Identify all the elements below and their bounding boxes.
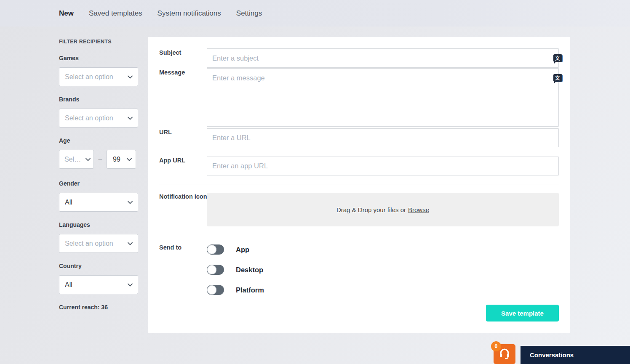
languages-label: Languages bbox=[59, 221, 138, 228]
desktop-toggle[interactable] bbox=[207, 265, 224, 275]
notification-icon-dropzone[interactable]: Drag & Drop your files or Browse bbox=[207, 193, 559, 226]
tab-settings[interactable]: Settings bbox=[236, 9, 262, 18]
tab-new[interactable]: New bbox=[59, 9, 74, 18]
brands-filter: Brands Select an option bbox=[59, 96, 138, 128]
platform-toggle[interactable] bbox=[207, 285, 224, 295]
chevron-down-icon bbox=[127, 241, 133, 247]
gender-select[interactable]: All bbox=[59, 193, 138, 212]
chevron-down-icon bbox=[127, 199, 133, 205]
conversations-bar[interactable]: Conversations bbox=[521, 346, 630, 364]
platform-toggle-label: Platform bbox=[236, 286, 264, 294]
chevron-down-icon bbox=[85, 157, 91, 162]
games-select-value: Select an option bbox=[65, 73, 113, 81]
age-label: Age bbox=[59, 137, 138, 144]
brands-select-value: Select an option bbox=[65, 114, 113, 122]
country-filter: Country All bbox=[59, 263, 138, 294]
top-nav: New Saved templates System notifications… bbox=[0, 0, 630, 27]
chevron-down-icon bbox=[127, 74, 133, 80]
tab-system-notifications[interactable]: System notifications bbox=[158, 9, 221, 18]
gender-filter: Gender All bbox=[59, 180, 138, 212]
chevron-down-icon bbox=[126, 157, 132, 162]
languages-select-value: Select an option bbox=[65, 240, 113, 247]
current-reach: Current reach: 36 bbox=[59, 304, 138, 311]
send-to-platform-row: Platform bbox=[207, 285, 264, 295]
dropzone-text: Drag & Drop your files or bbox=[336, 206, 406, 213]
age-filter: Age Select an option – 99 bbox=[59, 137, 138, 169]
age-min-select[interactable]: Select an option bbox=[59, 150, 94, 169]
section-divider bbox=[159, 184, 559, 184]
filter-sidebar: FILTER RECIPIENTS Games Select an option… bbox=[59, 39, 138, 311]
brands-label: Brands bbox=[59, 96, 138, 103]
translate-icon[interactable]: 文 bbox=[553, 53, 563, 63]
age-range-separator: – bbox=[94, 156, 107, 163]
games-select[interactable]: Select an option bbox=[59, 67, 138, 86]
age-max-select[interactable]: 99 bbox=[107, 150, 136, 169]
send-to-desktop-row: Desktop bbox=[207, 265, 263, 275]
tab-saved-templates[interactable]: Saved templates bbox=[89, 9, 142, 18]
message-input[interactable] bbox=[207, 68, 559, 127]
chevron-down-icon bbox=[127, 282, 133, 288]
chevron-down-icon bbox=[127, 115, 133, 121]
games-filter: Games Select an option bbox=[59, 55, 138, 86]
translate-icon[interactable]: 文 bbox=[553, 73, 563, 83]
country-select-value: All bbox=[65, 281, 72, 289]
games-label: Games bbox=[59, 55, 138, 61]
age-max-value: 99 bbox=[113, 156, 120, 163]
url-label: URL bbox=[159, 129, 172, 136]
subject-input[interactable] bbox=[207, 48, 559, 68]
app-toggle-label: App bbox=[236, 246, 249, 254]
subject-label: Subject bbox=[159, 49, 181, 56]
new-template-form: Subject 文 Message 文 URL App URL Notifica… bbox=[148, 37, 570, 333]
country-select[interactable]: All bbox=[59, 275, 138, 294]
app-url-label: App URL bbox=[159, 157, 185, 164]
desktop-toggle-label: Desktop bbox=[236, 266, 263, 274]
unread-count-badge: 0 bbox=[491, 341, 501, 351]
gender-select-value: All bbox=[65, 199, 72, 206]
brands-select[interactable]: Select an option bbox=[59, 109, 138, 128]
section-divider bbox=[159, 235, 559, 235]
languages-filter: Languages Select an option bbox=[59, 221, 138, 253]
app-url-input[interactable] bbox=[207, 157, 559, 175]
app-toggle[interactable] bbox=[207, 244, 224, 255]
conversations-label: Conversations bbox=[530, 351, 574, 359]
notification-icon-label: Notification Icon bbox=[159, 193, 207, 200]
browse-link[interactable]: Browse bbox=[408, 206, 429, 213]
send-to-app-row: App bbox=[207, 244, 249, 255]
send-to-label: Send to bbox=[159, 244, 182, 251]
save-template-button[interactable]: Save template bbox=[486, 305, 559, 321]
languages-select[interactable]: Select an option bbox=[59, 234, 138, 253]
filter-title: FILTER RECIPIENTS bbox=[59, 39, 138, 45]
message-label: Message bbox=[159, 69, 185, 76]
age-min-value: Select an option bbox=[64, 156, 84, 163]
url-input[interactable] bbox=[207, 128, 559, 147]
gender-label: Gender bbox=[59, 180, 138, 187]
country-label: Country bbox=[59, 263, 138, 269]
